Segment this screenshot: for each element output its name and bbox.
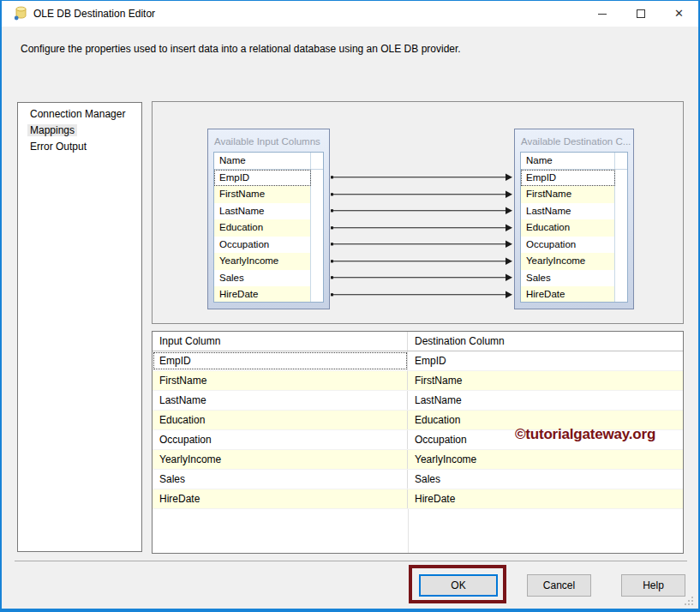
input-column-row[interactable]: EmpID bbox=[214, 170, 323, 187]
destination-column-cell[interactable]: LastName bbox=[408, 391, 683, 410]
mapping-arrow bbox=[331, 169, 513, 186]
mapping-arrow bbox=[331, 253, 513, 270]
destination-column-cell[interactable]: YearlyIncome bbox=[408, 450, 683, 469]
mapping-arrow bbox=[331, 202, 513, 219]
input-column-cell[interactable]: YearlyIncome bbox=[153, 450, 408, 469]
mapping-row: LastName LastName bbox=[153, 391, 683, 411]
mapping-arrow bbox=[331, 269, 513, 286]
footer-separator bbox=[15, 561, 687, 561]
minimize-button[interactable] bbox=[583, 1, 621, 27]
maximize-button[interactable] bbox=[621, 1, 660, 27]
destination-column-cell[interactable]: Sales bbox=[408, 470, 683, 489]
mapping-arrow bbox=[331, 186, 513, 203]
mapping-arrows bbox=[331, 169, 513, 303]
destination-column-header: Destination Column bbox=[408, 332, 683, 351]
close-button[interactable]: ✕ bbox=[660, 1, 698, 27]
ok-button[interactable]: OK bbox=[419, 574, 498, 597]
mapping-diagram-panel: Available Input Columns Name EmpIDFirstN… bbox=[152, 101, 684, 324]
pages-list: Connection Manager Mappings Error Output bbox=[17, 102, 142, 552]
input-column-cell[interactable]: HireDate bbox=[153, 489, 408, 508]
sidebar-item-mappings[interactable]: Mappings bbox=[18, 123, 141, 139]
destination-columns-table: Name EmpIDFirstNameLastNameEducationOccu… bbox=[520, 152, 628, 303]
input-columns-table: Name EmpIDFirstNameLastNameEducationOccu… bbox=[213, 152, 324, 303]
input-column-cell[interactable]: Sales bbox=[153, 470, 408, 489]
sidebar-item-connection-manager[interactable]: Connection Manager bbox=[18, 106, 141, 123]
destination-columns-rows: EmpIDFirstNameLastNameEducationOccupatio… bbox=[521, 170, 627, 303]
destination-columns-header: Name bbox=[521, 153, 627, 170]
destination-column-row[interactable]: Education bbox=[521, 219, 627, 237]
destination-column-row[interactable]: YearlyIncome bbox=[521, 253, 627, 270]
destination-column-row[interactable]: Occupation bbox=[521, 237, 627, 254]
mapping-arrow bbox=[331, 219, 513, 237]
available-destination-columns-box[interactable]: Available Destination C... Name EmpIDFir… bbox=[514, 129, 634, 309]
input-columns-rows: EmpIDFirstNameLastNameEducationOccupatio… bbox=[214, 170, 323, 303]
input-box-title: Available Input Columns bbox=[208, 129, 329, 152]
watermark-text: ©tutorialgateway.org bbox=[515, 426, 655, 443]
available-input-columns-box[interactable]: Available Input Columns Name EmpIDFirstN… bbox=[207, 129, 330, 309]
input-column-row[interactable]: FirstName bbox=[214, 186, 323, 203]
ole-db-destination-editor-window: OLE DB Destination Editor ✕ Configure th… bbox=[0, 0, 700, 612]
database-icon bbox=[14, 6, 28, 21]
destination-column-row[interactable]: EmpID bbox=[521, 170, 627, 187]
grid-column-divider bbox=[408, 509, 409, 553]
destination-column-row[interactable]: Sales bbox=[521, 270, 627, 287]
mapping-row: EmpID EmpID bbox=[153, 351, 683, 371]
input-columns-header: Name bbox=[214, 153, 323, 170]
destination-column-cell[interactable]: EmpID bbox=[408, 351, 683, 370]
minimize-icon bbox=[598, 14, 607, 15]
input-column-cell[interactable]: Occupation bbox=[153, 430, 408, 449]
input-column-row[interactable]: LastName bbox=[214, 203, 323, 220]
input-column-row[interactable]: Education bbox=[214, 219, 323, 237]
dialog-description: Configure the properties used to insert … bbox=[21, 43, 461, 55]
destination-column-row[interactable]: LastName bbox=[521, 203, 627, 220]
input-column-row[interactable]: Sales bbox=[214, 270, 323, 287]
cancel-button[interactable]: Cancel bbox=[527, 574, 591, 597]
destination-column-row[interactable]: FirstName bbox=[521, 186, 627, 203]
sidebar-item-error-output[interactable]: Error Output bbox=[18, 139, 141, 155]
mapping-arrow bbox=[331, 236, 513, 253]
mappings-grid-header: Input Column Destination Column bbox=[153, 332, 683, 351]
input-column-cell[interactable]: LastName bbox=[153, 391, 408, 410]
input-column-cell[interactable]: FirstName bbox=[153, 371, 408, 390]
input-column-header: Input Column bbox=[153, 332, 408, 351]
help-button[interactable]: Help bbox=[621, 574, 685, 597]
mapping-row: FirstName FirstName bbox=[153, 371, 683, 391]
mapping-row: HireDate HireDate bbox=[153, 489, 683, 509]
close-icon: ✕ bbox=[674, 1, 684, 27]
mapping-row: YearlyIncome YearlyIncome bbox=[153, 450, 683, 470]
input-column-row[interactable]: HireDate bbox=[214, 286, 323, 303]
destination-column-row[interactable]: HireDate bbox=[521, 286, 627, 303]
maximize-icon bbox=[637, 9, 645, 18]
window-controls: ✕ bbox=[583, 1, 698, 27]
destination-column-cell[interactable]: HireDate bbox=[408, 489, 683, 508]
input-column-cell[interactable]: Education bbox=[153, 411, 408, 429]
destination-column-cell[interactable]: FirstName bbox=[408, 371, 683, 390]
mapping-row: Sales Sales bbox=[153, 470, 683, 489]
window-title: OLE DB Destination Editor bbox=[33, 8, 155, 20]
title-bar[interactable]: OLE DB Destination Editor ✕ bbox=[2, 1, 698, 27]
resize-grip[interactable] bbox=[685, 597, 694, 606]
destination-box-title: Available Destination C... bbox=[515, 129, 633, 152]
input-column-row[interactable]: Occupation bbox=[214, 237, 323, 254]
input-column-row[interactable]: YearlyIncome bbox=[214, 253, 323, 270]
input-column-cell[interactable]: EmpID bbox=[153, 351, 408, 370]
mapping-arrow bbox=[331, 286, 513, 303]
